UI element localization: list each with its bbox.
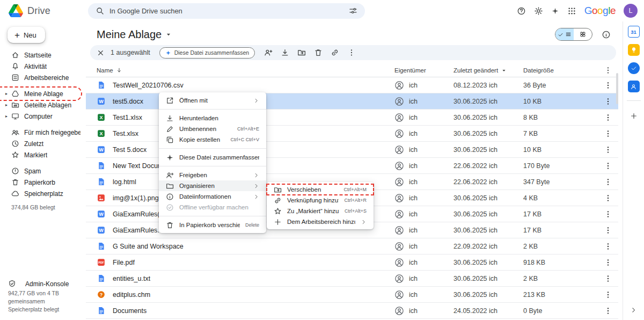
menu-item-in-papierkorb-verschieben[interactable]: In Papierkorb verschiebenDelete [159, 220, 266, 230]
file-size: 17 KB [523, 227, 604, 234]
column-header-size[interactable]: Dateigröße [523, 67, 604, 74]
sidebar-item-startseite[interactable]: Startseite [0, 49, 80, 61]
owner-avatar-icon [394, 145, 404, 155]
calendar-icon[interactable]: 31 [628, 26, 640, 38]
search-bar[interactable]: In Google Drive suchen [88, 3, 365, 19]
admin-console-link[interactable]: Admin-Konsole [8, 280, 69, 288]
sidebar-item-computer[interactable]: ▸Computer [0, 111, 80, 122]
help-icon[interactable] [517, 6, 526, 16]
sidebar-item-meine-ablage[interactable]: ▸Meine Ablage [0, 88, 80, 99]
row-more-options-icon[interactable] [604, 97, 612, 106]
sidebar-nav: StartseiteAktivitätArbeitsbereiche▸Meine… [0, 49, 86, 199]
file-type-icon: W [97, 209, 106, 219]
sidebar-item-aktivitat[interactable]: Aktivität [0, 61, 80, 72]
row-more-options-icon[interactable] [604, 258, 612, 267]
more-options-icon[interactable] [347, 48, 356, 57]
menu-item-dem-arbeitsbereich-hinzufugen[interactable]: Dem Arbeitsbereich hinzufügen [267, 216, 374, 227]
expand-caret-icon[interactable]: ▸ [5, 91, 11, 96]
trash-icon[interactable] [314, 48, 323, 57]
new-button[interactable]: + Neu [8, 27, 45, 43]
row-more-options-icon[interactable] [604, 146, 612, 154]
row-more-options-icon[interactable] [604, 274, 612, 283]
sidebar-item-papierkorb[interactable]: Papierkorb [0, 177, 80, 188]
expand-caret-icon[interactable]: ▸ [5, 103, 11, 107]
file-row[interactable]: PDFFile.pdfich30.06.2025 ich918 KB [86, 254, 618, 271]
row-more-options-icon[interactable] [604, 307, 612, 315]
storage-summary: 942,77 GB von 4 TB gemeinsamem Speicherp… [8, 289, 76, 314]
details-info-icon[interactable] [602, 30, 611, 39]
row-more-options-icon[interactable] [604, 194, 612, 202]
sidebar-item-arbeitsbereiche[interactable]: Arbeitsbereiche [0, 72, 80, 83]
menu-item-offnen-mit[interactable]: Öffnen mit [159, 95, 266, 106]
expand-caret-icon[interactable]: ▸ [5, 114, 11, 119]
menu-item-kopie-erstellen[interactable]: Kopie erstellenCtrl+C Ctrl+V [159, 134, 266, 145]
sidebar-item-speicherplatz[interactable]: Speicherplatz [0, 188, 80, 199]
column-header-name[interactable]: Name [97, 67, 113, 74]
menu-item-diese-datei-zusammenfassen[interactable]: Diese Datei zusammenfassen [159, 152, 266, 163]
grid-view-toggle[interactable] [574, 28, 592, 40]
share-icon[interactable] [264, 48, 273, 57]
column-header-modified[interactable]: Zuletzt geändert [453, 67, 498, 74]
file-size: 347 Byte [523, 178, 604, 186]
menu-item-dateiinformationen[interactable]: Dateiinformationen [159, 191, 266, 202]
row-more-options-icon[interactable] [604, 162, 612, 170]
scrollbar-thumb[interactable] [616, 73, 618, 104]
menu-item-verschieben[interactable]: VerschiebenCtrl+Alt+M [267, 184, 374, 195]
row-more-options-icon[interactable] [604, 242, 612, 251]
menu-item-zu-markiert-hinzufugen[interactable]: Zu „Markiert“ hinzufügenCtrl+Alt+S [267, 206, 374, 216]
file-name: entities_u.txt [113, 275, 150, 282]
page-title[interactable]: Meine Ablage [97, 28, 172, 41]
get-addons-icon[interactable] [630, 112, 638, 122]
file-row[interactable]: entities_u.txtich30.06.2025 ich2 KB [86, 271, 618, 287]
row-more-options-icon[interactable] [604, 226, 612, 235]
advanced-search-icon[interactable] [349, 6, 357, 15]
row-more-options-icon[interactable] [604, 129, 612, 138]
sort-arrow-icon[interactable] [116, 67, 122, 74]
tasks-icon[interactable] [628, 62, 640, 74]
file-row[interactable]: Documentsich24.05.2022 ich0 Byte [86, 303, 618, 319]
row-more-options-icon[interactable] [604, 210, 612, 219]
search-icon[interactable] [96, 6, 104, 15]
file-row[interactable]: TestWell_20210706.csvich08.12.2023 ich36… [86, 77, 618, 93]
sidebar-item-geteilte-ablagen[interactable]: ▸Geteilte Ablagen [0, 99, 80, 111]
modified-date: 22.06.2022 ich [453, 178, 523, 186]
settings-gear-icon[interactable] [534, 6, 543, 16]
list-view-toggle[interactable] [555, 28, 574, 40]
summarize-file-button[interactable]: Diese Datei zusammenfassen [159, 47, 255, 59]
move-icon[interactable] [297, 48, 306, 57]
sidebar-item-spam[interactable]: Spam [0, 165, 80, 177]
keep-icon[interactable] [628, 44, 640, 56]
column-options-icon[interactable] [604, 66, 612, 75]
file-row[interactable]: ?editplus.chmich30.06.2025 ich213 KB [86, 287, 618, 303]
menu-item-herunterladen[interactable]: Herunterladen [159, 113, 266, 123]
sidebar-item-markiert[interactable]: Markiert [0, 149, 80, 161]
account-avatar[interactable]: L [624, 4, 638, 18]
column-header-owner[interactable]: Eigentümer [394, 67, 453, 74]
file-size: 2 KB [523, 275, 604, 282]
menu-item-organisieren[interactable]: Organisieren [159, 180, 266, 191]
download-icon[interactable] [281, 48, 289, 57]
sidebar-item-zuletzt[interactable]: Zuletzt [0, 138, 80, 149]
contacts-icon[interactable] [628, 81, 640, 92]
hide-panel-icon[interactable] [630, 306, 637, 316]
shortcut-label: Delete [245, 222, 259, 228]
copy-link-icon[interactable] [331, 48, 339, 57]
menu-item-umbenennen[interactable]: UmbenennenCtrl+Alt+E [159, 123, 266, 134]
menu-divider [159, 148, 266, 149]
row-more-options-icon[interactable] [604, 81, 612, 90]
apps-grid-icon[interactable] [567, 6, 576, 16]
gemini-sparkle-icon[interactable] [551, 7, 559, 15]
file-type-icon: W [97, 97, 106, 106]
drive-home-link[interactable]: Drive [9, 4, 88, 17]
menu-item-verknupfung-hinzufugen[interactable]: Verknüpfung hinzufügenCtrl+Alt+R [267, 195, 374, 206]
sidebar-item-fur-mich-freigegeben[interactable]: Für mich freigegeben [0, 127, 80, 138]
row-more-options-icon[interactable] [604, 178, 612, 186]
menu-item-freigeben[interactable]: Freigeben [159, 170, 266, 180]
clear-selection-icon[interactable] [97, 49, 105, 57]
row-more-options-icon[interactable] [604, 290, 612, 299]
row-more-options-icon[interactable] [604, 113, 612, 122]
file-size: 213 KB [523, 291, 604, 299]
search-input[interactable]: In Google Drive suchen [109, 7, 343, 15]
file-name: editplus.chm [113, 291, 150, 299]
file-row[interactable]: G Suite and Workspaceich22.09.2022 ich2 … [86, 238, 618, 254]
